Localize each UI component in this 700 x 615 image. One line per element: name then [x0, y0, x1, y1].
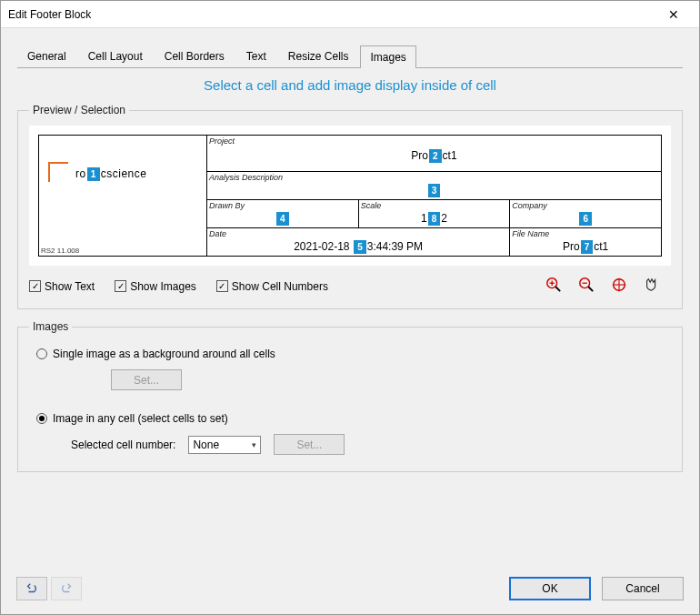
- badge-5: 5: [354, 240, 366, 254]
- ok-button[interactable]: OK: [509, 577, 591, 600]
- radio-single-image[interactable]: Single image as a background around all …: [36, 348, 671, 360]
- cancel-button[interactable]: Cancel: [602, 577, 684, 600]
- badge-4: 4: [276, 212, 289, 226]
- images-legend: Images: [29, 320, 72, 333]
- cell-project[interactable]: Project Pro2ct1: [206, 136, 661, 172]
- preview-canvas[interactable]: ro1cscience RS2 11.008 Project Pro2ct1 A…: [29, 126, 671, 266]
- badge-2: 2: [429, 149, 442, 163]
- badge-8: 8: [428, 212, 441, 226]
- cell-analysis[interactable]: Analysis Description 3: [206, 172, 661, 200]
- version-text: RS2 11.008: [41, 247, 79, 255]
- badge-7: 7: [581, 240, 594, 254]
- cell-company[interactable]: Company 6: [510, 200, 662, 228]
- zoom-fit-icon[interactable]: [611, 277, 627, 296]
- undo-button[interactable]: [16, 577, 47, 600]
- svg-line-1: [555, 287, 560, 291]
- redo-button[interactable]: [51, 577, 82, 600]
- cell-filename[interactable]: File Name Pro7ct1: [510, 228, 662, 257]
- radio-image-any-cell[interactable]: Image in any cell (select cells to set): [36, 412, 671, 425]
- cell-logo[interactable]: ro1cscience RS2 11.008: [39, 136, 207, 257]
- tab-cell-borders[interactable]: Cell Borders: [155, 45, 235, 67]
- title-bar: Edit Footer Block ✕: [1, 1, 699, 28]
- badge-3: 3: [428, 184, 441, 197]
- badge-6: 6: [579, 212, 592, 226]
- tab-images[interactable]: Images: [360, 45, 415, 68]
- show-images-checkbox[interactable]: ✓Show Images: [115, 280, 196, 293]
- svg-line-5: [588, 287, 593, 291]
- pan-icon[interactable]: [644, 277, 660, 296]
- tab-text[interactable]: Text: [236, 45, 276, 67]
- tab-resize-cells[interactable]: Resize Cells: [278, 45, 359, 67]
- close-icon[interactable]: ✕: [655, 7, 692, 22]
- show-cell-numbers-checkbox[interactable]: ✓Show Cell Numbers: [216, 280, 328, 293]
- preview-legend: Preview / Selection: [29, 104, 129, 116]
- selected-cell-label: Selected cell number:: [71, 439, 175, 451]
- show-text-checkbox[interactable]: ✓Show Text: [29, 280, 95, 293]
- chevron-down-icon: ▾: [252, 440, 256, 449]
- cell-date[interactable]: Date 2021-02-18 53:44:39 PM: [206, 228, 509, 257]
- logo-icon: [48, 162, 68, 182]
- selected-cell-select[interactable]: None▾: [188, 436, 261, 454]
- instruction-text: Select a cell and add image display insi…: [17, 77, 683, 93]
- preview-group: Preview / Selection ro1cscience RS2 11.0…: [17, 104, 683, 309]
- zoom-out-icon[interactable]: [578, 277, 595, 296]
- cell-drawn-by[interactable]: Drawn By 4: [206, 200, 358, 228]
- tab-strip: General Cell Layout Cell Borders Text Re…: [17, 45, 683, 68]
- tab-general[interactable]: General: [17, 45, 76, 67]
- cell-scale[interactable]: Scale 182: [358, 200, 510, 228]
- images-group: Images Single image as a background arou…: [17, 320, 683, 472]
- set-cell-button: Set...: [274, 434, 345, 455]
- badge-1: 1: [87, 167, 100, 181]
- zoom-in-icon[interactable]: [545, 277, 562, 296]
- tab-cell-layout[interactable]: Cell Layout: [78, 45, 153, 67]
- window-title: Edit Footer Block: [8, 8, 655, 21]
- set-bg-button: Set...: [111, 369, 182, 390]
